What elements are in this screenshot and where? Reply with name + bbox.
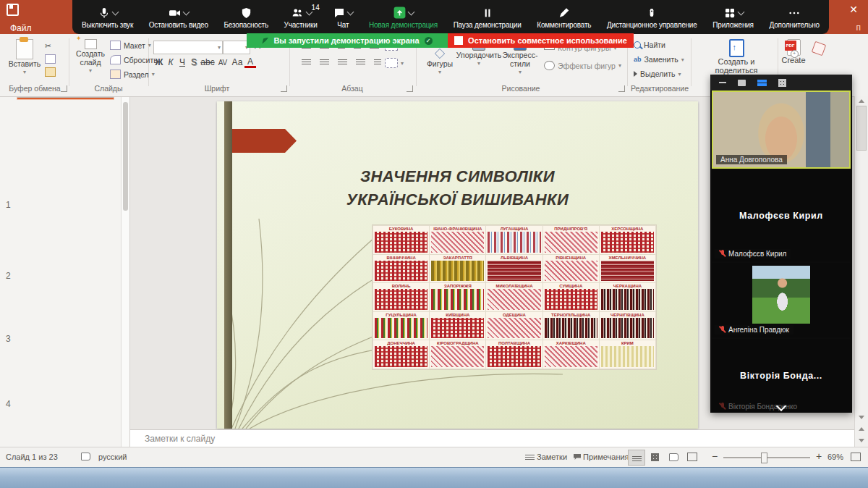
shield-icon xyxy=(240,7,252,20)
apps-button[interactable]: Приложения xyxy=(709,0,757,34)
scroll-up-icon[interactable] xyxy=(859,99,864,103)
zoom-level[interactable]: 69% xyxy=(827,453,843,461)
copy-button[interactable] xyxy=(45,54,56,64)
shape-effects-button[interactable]: Эффекты фигур▾ xyxy=(544,61,621,70)
gallery-view-icon[interactable] xyxy=(778,79,786,87)
fit-to-window-button[interactable] xyxy=(848,450,864,464)
section-button[interactable]: Раздел▾ xyxy=(110,70,155,79)
strikethrough-button[interactable]: abc xyxy=(200,57,216,67)
italic-button[interactable]: К xyxy=(165,57,176,67)
zoom-slider-thumb[interactable] xyxy=(761,453,767,463)
notes-pane[interactable]: Заметки к слайду xyxy=(130,429,854,447)
notes-toggle[interactable]: Заметки xyxy=(523,453,567,461)
slide-accent-bar xyxy=(224,101,232,429)
columns-icon[interactable] xyxy=(374,58,381,64)
more-button[interactable]: Дополнительно xyxy=(766,0,823,34)
drawing-dialog-launcher[interactable] xyxy=(618,85,625,92)
drawing-group-label: Рисование xyxy=(417,84,624,93)
remote-control-icon xyxy=(647,6,657,20)
align-right-icon[interactable] xyxy=(338,58,347,64)
layout-button[interactable]: Макет▾ xyxy=(110,41,151,50)
security-button[interactable]: Безопасность xyxy=(221,0,272,34)
minimize-panel-icon[interactable] xyxy=(719,82,726,83)
previous-slide-button[interactable] xyxy=(859,427,864,431)
acrobat-pen-button[interactable] xyxy=(813,43,825,54)
create-and-share-button[interactable]: Создать и поделиться xyxy=(698,39,775,75)
cut-button[interactable]: ✂ xyxy=(45,41,51,50)
paste-button[interactable]: Вставить▾ xyxy=(7,39,42,77)
region-name: СУМЩИНА xyxy=(543,283,599,289)
video-tile[interactable]: Ангеліна Правдюк xyxy=(712,263,851,337)
video-tile-active-speaker[interactable]: Анна Довгополова xyxy=(712,91,851,169)
scrollbar-thumb[interactable] xyxy=(856,106,867,151)
save-icon[interactable] xyxy=(7,4,19,16)
scrollbar-thumb[interactable] xyxy=(123,102,128,211)
language-indicator[interactable]: русский xyxy=(98,453,127,461)
stop-sharing-button[interactable]: Остановить совместное использование xyxy=(448,33,634,48)
view-normal-button[interactable] xyxy=(628,450,645,466)
embroidery-region-cell: ТЕРНОПІЛЬЩИНА xyxy=(543,312,599,340)
chevron-down-icon[interactable] xyxy=(111,8,119,15)
remote-control-button[interactable]: Дистанционное управление xyxy=(603,0,701,34)
replace-button[interactable]: abЗаменить▾ xyxy=(634,55,684,64)
chat-button[interactable]: Чат xyxy=(329,0,357,34)
chevron-down-icon[interactable] xyxy=(347,8,354,15)
new-slide-button[interactable]: ✦ Создать слайд▾ xyxy=(72,39,109,75)
chevron-down-icon[interactable] xyxy=(737,8,744,15)
underline-button[interactable]: Ч xyxy=(176,57,188,67)
font-name-select[interactable]: ▾ xyxy=(153,41,223,54)
speaker-view-icon[interactable] xyxy=(738,80,746,86)
chevron-down-icon[interactable] xyxy=(408,8,415,15)
spellcheck-icon[interactable] xyxy=(81,453,90,462)
participants-button[interactable]: 14 Участники xyxy=(281,0,321,34)
view-slide-sorter-button[interactable] xyxy=(647,450,663,464)
bold-button[interactable]: Ж xyxy=(153,57,165,67)
next-slide-button[interactable] xyxy=(859,439,864,442)
embroidery-region-cell: СУМЩИНА xyxy=(543,283,599,311)
view-reading-button[interactable] xyxy=(665,450,681,464)
annotate-button[interactable]: Комментировать xyxy=(533,0,595,34)
format-painter-icon xyxy=(45,67,56,77)
align-center-icon[interactable] xyxy=(320,58,329,64)
justify-icon[interactable] xyxy=(356,58,365,64)
slide-scrollbar[interactable] xyxy=(854,96,868,447)
new-share-button[interactable]: Новая демонстрация xyxy=(365,0,441,34)
region-name: ЧЕРНІГІВЩИНА xyxy=(600,312,655,318)
view-slideshow-button[interactable] xyxy=(684,450,700,464)
font-dialog-launcher[interactable] xyxy=(281,85,287,92)
chevron-down-icon[interactable] xyxy=(777,403,786,411)
clipboard-dialog-launcher[interactable] xyxy=(61,85,67,92)
window-close-button[interactable]: ✕ xyxy=(843,2,864,17)
paste-icon xyxy=(16,39,33,59)
find-button[interactable]: Найти xyxy=(634,41,665,49)
video-tile[interactable]: Малофєєв Кирил Малофєєв Кирил xyxy=(712,170,851,261)
region-name: КІРОВОГРАДЩИНА xyxy=(430,340,485,346)
comments-toggle[interactable]: Примечания xyxy=(574,453,629,461)
strip-view-icon[interactable] xyxy=(757,80,767,86)
reset-button[interactable]: Сбросить xyxy=(110,55,158,64)
zoom-in-button[interactable]: + xyxy=(816,450,822,462)
zoom-out-button[interactable]: − xyxy=(712,450,718,462)
file-tab[interactable]: Файл xyxy=(1,21,41,35)
create-pdf-button[interactable]: Create xyxy=(783,39,804,64)
change-case-button[interactable]: Аа xyxy=(230,57,244,67)
thumbnail-scrollbar[interactable] xyxy=(121,96,129,447)
character-spacing-button[interactable]: AV xyxy=(216,59,230,67)
paragraph-dialog-launcher[interactable] xyxy=(407,85,413,92)
format-painter-button[interactable] xyxy=(45,67,56,77)
current-slide[interactable]: ЗНАЧЕННЯ СИМВОЛІКИ УКРАЇНСЬКОЇ ВИШИВАНКИ… xyxy=(217,101,698,429)
chevron-down-icon[interactable] xyxy=(183,8,190,15)
pause-share-button[interactable]: Пауза демонстрации xyxy=(450,0,525,34)
text-shadow-button[interactable]: S xyxy=(188,57,200,67)
slide-title[interactable]: ЗНАЧЕННЯ СИМВОЛІКИ УКРАЇНСЬКОЇ ВИШИВАНКИ xyxy=(217,165,698,211)
slide-thumbnail-panel: 1 ЗНАЧЕННЯ СИМВОЛІКИУКРАЇНСЬКОЇ ВИШИВАНК… xyxy=(0,96,130,447)
select-button[interactable]: Выделить▾ xyxy=(634,70,681,78)
mute-button[interactable]: Выключить звук xyxy=(78,0,137,34)
convert-smartart-button[interactable]: ▾ xyxy=(385,58,404,68)
font-color-button[interactable]: А xyxy=(244,56,256,68)
video-tile[interactable]: Вікторія Бонда... Вікторія Бондаренко xyxy=(712,339,851,413)
scroll-down-icon[interactable] xyxy=(859,416,864,419)
embroidery-regions-grid[interactable]: БУКОВИНА ІВАНО-ФРАНКІВЩИНА ЛУГАНЩИНА xyxy=(373,225,656,369)
stop-video-button[interactable]: Остановить видео xyxy=(145,0,212,34)
align-left-icon[interactable] xyxy=(302,58,311,64)
